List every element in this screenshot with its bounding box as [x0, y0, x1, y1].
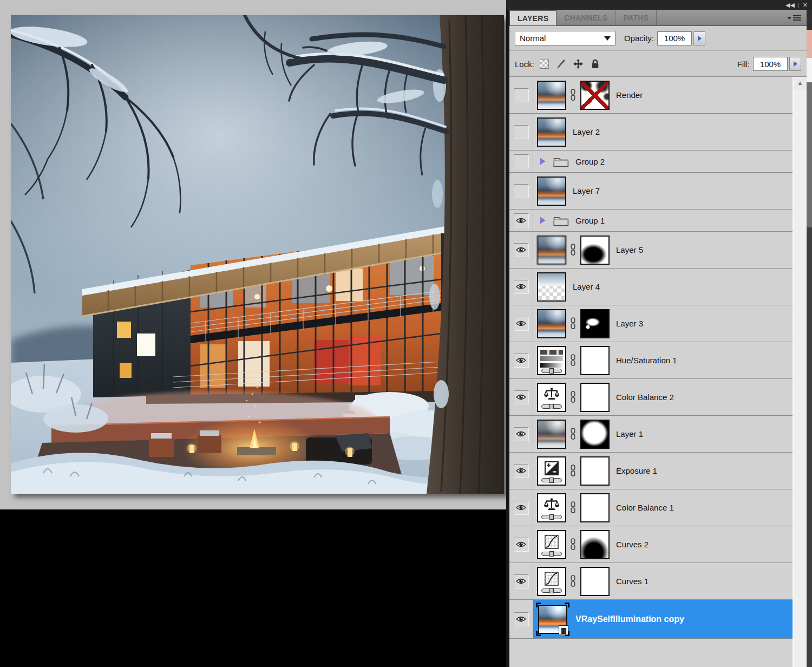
- fill-input[interactable]: 100%: [753, 57, 788, 71]
- visibility-toggle[interactable]: [514, 538, 529, 552]
- layer-list: Render Layer 2 Group 2 Layer: [509, 77, 793, 667]
- adjustment-hue-saturation-thumbnail[interactable]: [537, 346, 566, 375]
- layer-row-hue-saturation-1[interactable]: Hue/Saturation 1: [509, 342, 793, 379]
- layer-row-layer-7[interactable]: Layer 7: [509, 173, 793, 210]
- winter-house-render: [11, 15, 504, 494]
- layer-thumbnail[interactable]: [537, 81, 566, 110]
- lock-pixels-brush-icon[interactable]: [555, 58, 566, 69]
- layer-row-curves-2[interactable]: Curves 2: [509, 526, 793, 563]
- layer-mask-thumbnail[interactable]: [580, 309, 610, 338]
- layer-thumbnail[interactable]: [537, 309, 566, 338]
- layer-row-exposure-1[interactable]: Exposure 1: [509, 453, 793, 489]
- layer-thumbnail[interactable]: [537, 236, 566, 265]
- document-canvas-area[interactable]: [0, 0, 506, 509]
- visibility-toggle[interactable]: [514, 390, 529, 404]
- tab-channels[interactable]: CHANNELS: [556, 10, 615, 25]
- opacity-input[interactable]: 100%: [657, 31, 692, 45]
- visibility-toggle[interactable]: [514, 213, 529, 227]
- chevron-down-icon: [604, 36, 611, 41]
- collapse-panel-icon[interactable]: ◀◀: [785, 2, 795, 8]
- expand-triangle-icon[interactable]: [540, 217, 545, 224]
- lock-all-icon[interactable]: [590, 58, 600, 69]
- layer-row-render[interactable]: Render: [509, 77, 793, 114]
- panel-titlebar: ◀◀ | ✕: [506, 0, 812, 10]
- adjustment-curves-thumbnail[interactable]: [537, 530, 566, 559]
- visibility-toggle[interactable]: [514, 612, 529, 626]
- adjustment-curves-thumbnail[interactable]: [537, 567, 566, 596]
- layer-row-layer-1[interactable]: Layer 1: [509, 416, 793, 453]
- layers-panel: ◀◀ | ✕ LAYERS CHANNELS PATHS Normal Opac…: [506, 0, 812, 667]
- layer-name: Curves 2: [616, 540, 649, 549]
- visibility-toggle[interactable]: [514, 354, 529, 368]
- layer-row-layer-5[interactable]: Layer 5: [509, 232, 793, 269]
- tab-layers[interactable]: LAYERS: [509, 10, 556, 25]
- adjustment-color-balance-thumbnail[interactable]: [537, 383, 566, 412]
- visibility-toggle[interactable]: [514, 154, 529, 168]
- visibility-toggle[interactable]: [514, 317, 529, 331]
- selected-layer-thumbnail-wrap[interactable]: [538, 605, 567, 634]
- tab-paths[interactable]: PATHS: [616, 10, 657, 25]
- layer-name: Color Balance 1: [616, 503, 674, 512]
- scroll-up-arrow[interactable]: ▲: [794, 77, 807, 89]
- visibility-toggle[interactable]: [514, 574, 529, 588]
- blend-mode-value: Normal: [520, 34, 546, 43]
- layer-name: Group 2: [575, 157, 605, 166]
- layer-mask-thumbnail[interactable]: [580, 420, 610, 449]
- layer-thumbnail[interactable]: [537, 272, 566, 302]
- layer-thumbnail[interactable]: [537, 117, 566, 147]
- layer-name: Render: [616, 90, 643, 100]
- layer-row-group-2[interactable]: Group 2: [509, 151, 793, 173]
- visibility-toggle[interactable]: [514, 243, 529, 257]
- titlebar-separator: |: [798, 2, 800, 8]
- workspace-background: [0, 509, 506, 667]
- layer-row-layer-4[interactable]: Layer 4: [509, 269, 793, 305]
- eye-icon: [516, 541, 526, 548]
- folder-icon: [553, 156, 569, 167]
- layer-row-group-1[interactable]: Group 1: [509, 210, 793, 232]
- layer-row-curves-1[interactable]: Curves 1: [509, 563, 793, 600]
- layer-mask-thumbnail[interactable]: [580, 456, 610, 486]
- layer-thumbnail[interactable]: [537, 420, 566, 449]
- panel-menu-icon[interactable]: [787, 15, 801, 21]
- eye-icon: [516, 246, 526, 253]
- layer-name: Layer 3: [616, 319, 643, 328]
- visibility-toggle[interactable]: [514, 88, 529, 102]
- fill-slider-button[interactable]: [789, 57, 801, 71]
- layer-thumbnail[interactable]: [537, 176, 566, 206]
- visibility-toggle[interactable]: [514, 427, 529, 441]
- lock-transparency-icon[interactable]: [540, 60, 549, 69]
- visibility-toggle[interactable]: [514, 464, 529, 478]
- layer-mask-thumbnail[interactable]: [580, 530, 610, 559]
- layer-mask-thumbnail[interactable]: [580, 383, 610, 412]
- eye-icon: [516, 217, 526, 224]
- layer-controls: Normal Opacity: 100% Lock: Fill: 100%: [509, 26, 807, 77]
- link-icon: [570, 538, 576, 551]
- visibility-toggle[interactable]: [514, 125, 529, 139]
- layer-mask-thumbnail[interactable]: [580, 236, 610, 265]
- layer-name: Color Balance 2: [616, 393, 674, 402]
- layer-row-color-balance-2[interactable]: Color Balance 2: [509, 379, 793, 416]
- opacity-slider-button[interactable]: [693, 31, 705, 45]
- lock-position-icon[interactable]: [573, 58, 584, 69]
- adjustment-exposure-thumbnail[interactable]: [537, 456, 566, 486]
- layer-mask-thumbnail[interactable]: [580, 567, 610, 596]
- layer-mask-thumbnail[interactable]: [580, 493, 610, 522]
- layer-row-color-balance-1[interactable]: Color Balance 1: [509, 489, 793, 526]
- visibility-toggle[interactable]: [514, 501, 529, 515]
- layer-list-scrollbar[interactable]: ▲: [793, 77, 807, 667]
- visibility-toggle[interactable]: [514, 184, 529, 198]
- layer-name: VRaySelfIllumination copy: [575, 614, 684, 624]
- layer-mask-thumbnail-disabled[interactable]: [580, 81, 610, 110]
- layer-name: Layer 5: [616, 245, 643, 254]
- document-image[interactable]: [11, 15, 504, 494]
- link-icon: [570, 390, 576, 404]
- layer-row-layer-2[interactable]: Layer 2: [509, 114, 793, 151]
- blend-mode-select[interactable]: Normal: [515, 31, 615, 45]
- adjustment-color-balance-thumbnail[interactable]: [537, 493, 566, 522]
- layer-row-layer-3[interactable]: Layer 3: [509, 305, 793, 342]
- expand-triangle-icon[interactable]: [540, 158, 545, 165]
- layer-mask-thumbnail[interactable]: [580, 346, 610, 375]
- visibility-toggle[interactable]: [514, 280, 529, 294]
- close-panel-icon[interactable]: ✕: [803, 2, 808, 8]
- layer-row-vrayselfillumination-copy[interactable]: VRaySelfIllumination copy: [509, 600, 793, 639]
